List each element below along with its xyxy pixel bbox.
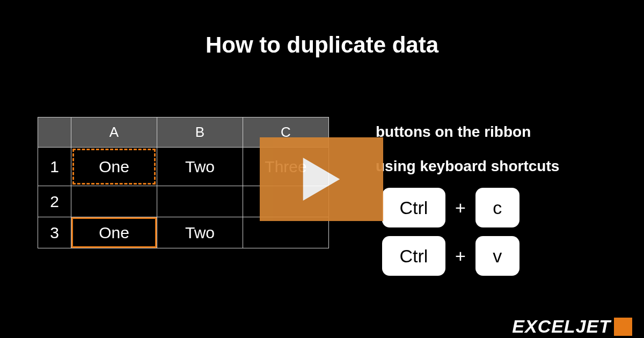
stage: How to duplicate data A B C 1 One Two Th… <box>0 0 644 338</box>
caption-shortcuts: using keyboard shortcuts <box>376 158 559 175</box>
plus-sign: + <box>455 246 466 267</box>
plus-sign: + <box>455 197 466 218</box>
play-button[interactable] <box>260 137 383 221</box>
col-header-a: A <box>71 117 157 148</box>
shortcut-paste: Ctrl + v <box>382 236 519 276</box>
cell-a1-value: One <box>99 158 129 175</box>
key-ctrl: Ctrl <box>382 236 445 276</box>
cell-b3-value: Two <box>185 224 215 241</box>
key-v: v <box>475 236 519 276</box>
row-header-3: 3 <box>38 217 71 248</box>
brand-mark-icon <box>614 318 632 336</box>
cell-a3-value: One <box>99 224 129 241</box>
cell-b3[interactable]: Two <box>157 217 243 248</box>
header-corner <box>38 117 71 148</box>
cell-b1-value: Two <box>185 158 215 175</box>
play-icon <box>303 158 340 201</box>
cell-b1[interactable]: Two <box>157 148 243 186</box>
key-c: c <box>475 188 519 227</box>
svg-marker-0 <box>303 158 340 201</box>
cell-c3[interactable] <box>243 217 329 248</box>
page-title: How to duplicate data <box>0 32 644 58</box>
cell-a1[interactable]: One <box>71 148 157 186</box>
shortcut-copy: Ctrl + c <box>382 188 519 227</box>
cell-a2[interactable] <box>71 186 157 217</box>
key-ctrl: Ctrl <box>382 188 445 227</box>
brand-logo: EXCELJET <box>512 316 632 337</box>
cell-a3[interactable]: One <box>71 217 157 248</box>
brand-text: EXCELJET <box>512 316 611 337</box>
cell-b2[interactable] <box>157 186 243 217</box>
caption-ribbon: buttons on the ribbon <box>376 123 531 141</box>
row-header-2: 2 <box>38 186 71 217</box>
col-header-b: B <box>157 117 243 148</box>
row-header-1: 1 <box>38 148 71 186</box>
